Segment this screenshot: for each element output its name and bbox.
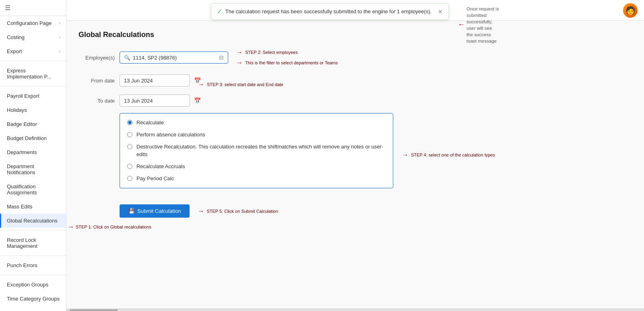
sidebar-item-mass-edits[interactable]: Mass Edits: [0, 200, 66, 214]
sidebar-item-costing[interactable]: Costing›: [0, 30, 66, 44]
calc-type-row-perform-absence: Perform absence calculations: [127, 131, 386, 138]
to-date-calendar-icon[interactable]: 📅: [194, 97, 201, 104]
sidebar-item-export[interactable]: Export›: [0, 44, 66, 58]
sidebar-item-label: Badge Editor: [7, 121, 37, 127]
calc-type-row-pay-period-calc: Pay Period Calc: [127, 175, 386, 182]
topbar: ✓ The calculation request has been succe…: [66, 0, 644, 21]
sidebar-item-label: Record Lock Management: [7, 237, 60, 249]
sidebar-item-record-lock-management[interactable]: Record Lock Management: [0, 233, 66, 253]
sidebar-item-label: Global Recalculations: [7, 218, 58, 224]
to-date-row: To date 📅: [78, 95, 632, 107]
sidebar-item-label: Punch Errors: [7, 262, 37, 268]
sidebar-item-label: Budget Definition: [7, 135, 47, 141]
sidebar-item-label: Mass Edits: [7, 204, 33, 210]
toast-close-button[interactable]: ✕: [438, 8, 443, 15]
employee-input[interactable]: [133, 55, 217, 61]
to-date-wrapper: 📅: [120, 95, 190, 107]
radio-label-perform-absence: Perform absence calculations: [136, 131, 205, 138]
toast-message: The calculation request has been success…: [225, 8, 431, 14]
horizontal-scrollbar[interactable]: [66, 309, 644, 311]
radio-label-recalculate-accruals: Recalculate Accruals: [136, 163, 185, 170]
sidebar-item-label: Exception Groups: [7, 282, 48, 288]
success-toast: ✓ The calculation request has been succe…: [211, 3, 449, 20]
sidebar-item-budget-definition[interactable]: Budget Definition: [0, 131, 66, 145]
sidebar-item-exception-groups[interactable]: Exception Groups: [0, 278, 66, 292]
step5-annotation: STEP 5: Click on Submit Calculation: [206, 209, 278, 214]
filter-icon[interactable]: ⊟: [219, 54, 224, 61]
sidebar-item-global-recalculations[interactable]: Global Recalculations: [0, 214, 66, 228]
sidebar-item-label: Configuration Page: [7, 20, 52, 26]
employee-input-wrapper: 🔍 ⊟: [120, 51, 228, 64]
sidebar-item-holidays[interactable]: Holidays: [0, 103, 66, 117]
sidebar-item-payroll-export[interactable]: Payroll Export: [0, 89, 66, 103]
radio-destructive[interactable]: [127, 144, 132, 149]
form-area: Employee(s) 🔍 ⊟ → STEP 2: Select employe…: [78, 49, 632, 218]
sidebar-header: ☰: [0, 0, 66, 16]
employee-row: Employee(s) 🔍 ⊟ → STEP 2: Select employe…: [78, 49, 632, 66]
step4-annotation: STEP 4: select one of the calculation ty…: [411, 152, 495, 157]
employee-label: Employee(s): [78, 55, 115, 61]
chevron-icon: ›: [59, 49, 60, 54]
toast-annotation: Once request is submitted successfully, …: [466, 6, 500, 45]
toast-wrapper: ✓ The calculation request has been succe…: [211, 3, 500, 45]
sidebar-item-system-info[interactable]: System Info: [0, 306, 66, 311]
from-date-label: From date: [78, 78, 115, 84]
sidebar-item-punch-errors[interactable]: Punch Errors: [0, 258, 66, 272]
sidebar-item-label: Payroll Export: [7, 93, 39, 99]
from-date-wrapper: 📅: [120, 74, 190, 87]
from-date-row: From date 📅 → STEP 3: select start date …: [78, 73, 632, 88]
page-content: Global Recalculations Employee(s) 🔍 ⊟ → …: [66, 21, 644, 309]
sidebar-item-departments[interactable]: Departments: [0, 145, 66, 159]
chevron-icon: ›: [59, 35, 60, 39]
step2-annotation: STEP 2: Select employees: [245, 50, 298, 55]
radio-label-destructive: Destructive Recalculation. This calculat…: [136, 143, 386, 158]
radio-perform-absence[interactable]: [127, 132, 132, 137]
main-area: ✓ The calculation request has been succe…: [66, 0, 644, 311]
calc-type-row-recalculate-accruals: Recalculate Accruals: [127, 163, 386, 170]
chevron-icon: ›: [59, 21, 60, 25]
radio-recalculate-accruals[interactable]: [127, 164, 132, 169]
avatar[interactable]: 🧑: [623, 3, 638, 18]
calc-type-row-destructive: Destructive Recalculation. This calculat…: [127, 143, 386, 158]
submit-icon: 💾: [128, 208, 135, 214]
sidebar-item-time-category-groups[interactable]: Time Category Groups: [0, 292, 66, 306]
sidebar: ☰ Configuration Page›Costing›Export›Expr…: [0, 0, 66, 311]
sidebar-item-department-notifications[interactable]: Department Notifications: [0, 159, 66, 179]
radio-label-recalculate: Recalculate: [136, 119, 164, 126]
from-date-input[interactable]: [124, 78, 192, 84]
radio-pay-period-calc[interactable]: [127, 176, 132, 181]
sidebar-item-label: Departments: [7, 149, 37, 155]
sidebar-item-label: Department Notifications: [7, 163, 60, 175]
step3-annotation: STEP 3: select start date and End date: [207, 82, 283, 87]
calculation-types-box: RecalculatePerform absence calculationsD…: [120, 113, 393, 188]
step2b-annotation: This is the filter to select departments…: [245, 60, 338, 65]
submit-calculation-button[interactable]: 💾 Submit Calculation: [120, 204, 190, 218]
to-date-label: To date: [78, 98, 115, 104]
sidebar-item-label: Express Implementation P...: [7, 68, 60, 80]
sidebar-item-label: Export: [7, 48, 22, 54]
sidebar-item-label: Holidays: [7, 107, 27, 113]
submit-label: Submit Calculation: [137, 208, 181, 214]
sidebar-item-express-implementation[interactable]: Express Implementation P...: [0, 64, 66, 84]
sidebar-item-label: Costing: [7, 34, 25, 40]
sidebar-item-qualification-assignments[interactable]: Qualification Assignments: [0, 179, 66, 200]
radio-recalculate[interactable]: [127, 120, 132, 125]
radio-label-pay-period-calc: Pay Period Calc: [136, 175, 174, 182]
sidebar-item-label: Qualification Assignments: [7, 183, 60, 196]
calc-type-row-recalculate: Recalculate: [127, 119, 386, 126]
sidebar-item-badge-editor[interactable]: Badge Editor: [0, 117, 66, 131]
sidebar-item-configuration-page[interactable]: Configuration Page›: [0, 16, 66, 30]
sidebar-item-label: Time Category Groups: [7, 296, 60, 302]
search-icon: 🔍: [124, 55, 130, 61]
to-date-input[interactable]: [124, 98, 192, 104]
hamburger-menu[interactable]: ☰: [5, 4, 10, 12]
scrollbar-thumb[interactable]: [70, 309, 118, 311]
toast-success-icon: ✓: [217, 8, 222, 15]
